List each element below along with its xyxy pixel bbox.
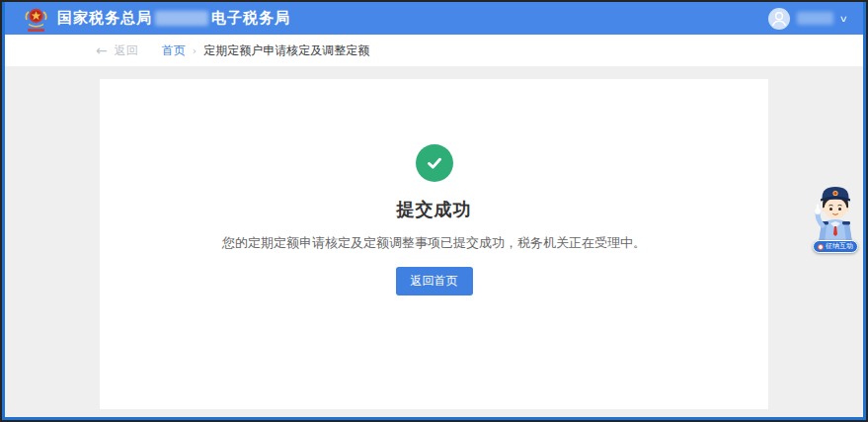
app-header: 国家税务总局 电子税务局 ∨ bbox=[5, 2, 863, 35]
breadcrumb: 首页 › 定期定额户申请核定及调整定额 bbox=[162, 42, 369, 59]
result-title: 提交成功 bbox=[100, 198, 768, 221]
assistant-mascot[interactable]: 征纳互动 bbox=[808, 183, 863, 253]
arrow-left-icon: ← bbox=[96, 43, 108, 57]
browser-frame: 国家税务总局 电子税务局 ∨ ← 返回 bbox=[0, 0, 868, 422]
result-description: 您的定期定额申请核定及定额调整事项已提交成功，税务机关正在受理中。 bbox=[100, 234, 768, 252]
redacted-region-name bbox=[155, 11, 208, 26]
interaction-badge[interactable]: 征纳互动 bbox=[813, 240, 858, 253]
header-brand: 国家税务总局 电子税务局 bbox=[24, 4, 290, 34]
tax-emblem-icon bbox=[24, 7, 48, 34]
chevron-down-icon: ∨ bbox=[839, 14, 848, 24]
app-title-prefix: 国家税务总局 bbox=[57, 9, 152, 28]
app-title-suffix: 电子税务局 bbox=[211, 9, 290, 28]
app-title: 国家税务总局 电子税务局 bbox=[57, 9, 290, 28]
redacted-username bbox=[797, 12, 833, 25]
app-window: 国家税务总局 电子税务局 ∨ ← 返回 bbox=[2, 2, 866, 420]
breadcrumb-bar: ← 返回 首页 › 定期定额户申请核定及调整定额 bbox=[5, 35, 863, 66]
user-menu[interactable]: ∨ bbox=[768, 8, 847, 30]
tax-officer-mascot-icon bbox=[809, 183, 862, 246]
user-avatar-icon bbox=[768, 8, 790, 30]
interaction-badge-label: 征纳互动 bbox=[826, 243, 853, 250]
breadcrumb-home-link[interactable]: 首页 bbox=[162, 42, 186, 59]
result-card: 提交成功 您的定期定额申请核定及定额调整事项已提交成功，税务机关正在受理中。 返… bbox=[100, 79, 768, 409]
breadcrumb-current-page: 定期定额户申请核定及调整定额 bbox=[203, 42, 369, 59]
breadcrumb-separator: › bbox=[193, 44, 197, 57]
return-home-button[interactable]: 返回首页 bbox=[396, 267, 473, 295]
page-content: 提交成功 您的定期定额申请核定及定额调整事项已提交成功，税务机关正在受理中。 返… bbox=[5, 66, 863, 417]
badge-dot-icon bbox=[818, 244, 824, 250]
success-check-icon bbox=[416, 144, 453, 182]
back-label: 返回 bbox=[115, 42, 138, 59]
back-button[interactable]: ← 返回 bbox=[96, 42, 138, 59]
